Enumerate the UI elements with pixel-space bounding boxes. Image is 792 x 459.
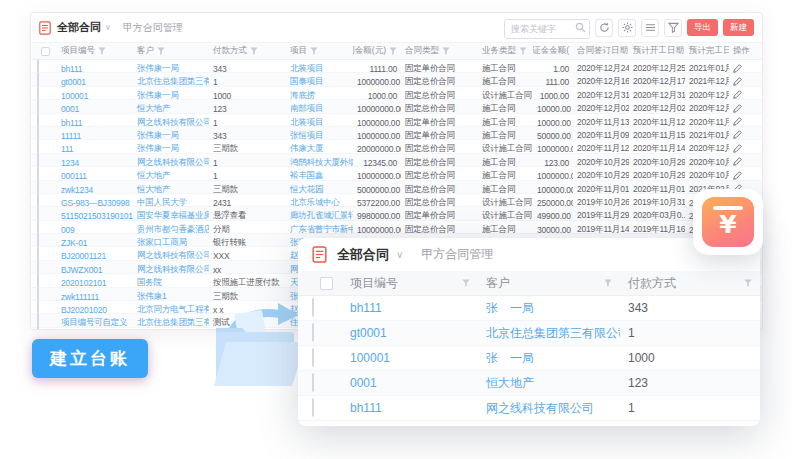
cell-link[interactable]: 张伟康一局 [133,143,209,155]
cell-link[interactable]: 北京住总集团第三有限公司 [133,76,209,88]
cell-link[interactable]: gt0001 [57,77,133,87]
create-ledger-button[interactable]: 建立台账 [32,339,148,378]
cell-link[interactable]: 恒大地产 [133,103,209,115]
search-icon[interactable] [575,22,586,33]
cell-link[interactable]: 中国人民大学 [133,197,209,209]
cell-link[interactable]: bh111 [57,64,133,74]
cell-link[interactable]: 北装项目 [286,117,353,129]
filter-icon[interactable] [462,279,470,287]
table-row[interactable]: 100001张伟康一局1000海底捞1000.00固定总价合同设计施工合同100… [31,87,762,100]
select-all-checkbox[interactable] [41,47,50,56]
filter-icon[interactable] [604,279,612,287]
row-checkbox[interactable] [312,373,314,392]
cell-link[interactable]: 2020102101 [57,278,133,288]
edit-icon[interactable] [733,157,742,166]
refresh-button[interactable] [595,19,613,37]
column-header[interactable]: 预计开工日期 [629,45,685,57]
table-row[interactable]: bh111网之线科技有限公司1 [298,396,760,421]
table-row[interactable]: 5115021503190101国安华夏幸福基业房地产...悬浮查看廊坊孔雀城汇… [31,207,762,220]
table-row[interactable]: bh111张 一局343 [298,296,760,321]
cell-link[interactable]: 张伟康一局 [133,63,209,75]
columns-button[interactable] [641,19,659,37]
filter-icon[interactable] [744,279,752,287]
cell-link[interactable]: 国安华夏幸福基业房地产... [133,210,209,222]
cell-link[interactable]: 张伟康一局 [133,90,209,102]
table-row[interactable]: 1234网之线科技有限公司1鸿鹄科技大厦外墙施工项目12345.00固定总价合同… [31,154,762,167]
cell-link[interactable]: 009 [57,225,133,235]
column-header[interactable]: 项目编号 [57,45,133,57]
cell-link[interactable]: 北装项目 [286,63,353,75]
filter-icon[interactable] [98,47,106,55]
table-row[interactable]: gt0001北京住总集团第三有限公司1国泰项目1000000.00固定总价合同施… [31,73,762,86]
table-row[interactable]: GS-983—BJ30998中国人民大学2431北京乐城中心5372200.00… [31,194,762,207]
row-checkbox[interactable] [312,298,314,317]
row-checkbox[interactable] [312,323,314,342]
cell-link[interactable]: bh111 [342,401,478,415]
column-header[interactable]: 付款方式 [209,45,286,57]
cell-link[interactable]: 网之线科技有限公司 [133,264,209,276]
select-all-checkbox[interactable] [320,277,333,290]
cell-link[interactable]: 网之线科技有限公司 [478,400,620,417]
column-header[interactable]: 合同签订日期 [573,45,629,57]
cell-link[interactable]: 项目编号可自定义 [57,317,133,329]
cell-link[interactable]: 5115021503190101 [57,211,133,221]
settings-button[interactable] [618,19,636,37]
column-header[interactable]: 合同金额(元) [353,45,401,57]
cell-link[interactable]: 0001 [57,104,133,114]
cell-link[interactable]: 恒大地产 [133,170,209,182]
cell-link[interactable]: 恒大地产 [478,375,620,392]
cell-link[interactable]: gt0001 [342,326,478,340]
filter-icon[interactable] [310,47,318,55]
edit-icon[interactable] [733,64,742,73]
edit-icon[interactable] [733,77,742,86]
cell-link[interactable]: 网之线科技有限公司 [133,157,209,169]
table-row[interactable]: 0001恒大地产123南部项目10000000.00固定总价合同施工合同1000… [31,100,762,113]
cell-link[interactable]: zwk111111 [57,292,133,302]
cell-link[interactable]: 100001 [342,351,478,365]
cell-link[interactable]: 0001 [342,376,478,390]
column-header[interactable]: 项目 [286,45,353,57]
cell-link[interactable]: 贵州市都匀香豪酒店服务有... [133,224,209,236]
column-header[interactable]: 客户 [133,45,209,57]
cell-link[interactable]: 11111 [57,131,133,141]
table-row[interactable]: 111张伟康一局三期款伟康大厦20000000.00固定总价合同设计施工合同10… [31,140,762,153]
column-header[interactable]: 客户 [478,275,620,292]
cell-link[interactable]: 张家口工商局 [133,237,209,249]
filter-icon[interactable] [389,47,397,55]
table-row[interactable]: 009贵州市都匀香豪酒店服务有...分期广东省普宁市新中医医院...100000… [31,221,762,234]
cell-link[interactable]: 张 一局 [478,350,620,367]
table-row[interactable]: 000111恒大地产1裕丰国鑫10000000.00固定总价合同施工合同1000… [31,167,762,180]
create-button[interactable]: 新建 [723,19,754,36]
table-row[interactable]: 100001张 一局1000 [298,346,760,371]
filter-button[interactable] [664,19,682,37]
filter-icon[interactable] [157,47,165,55]
cell-link[interactable]: ZJK-01 [57,238,133,248]
cell-link[interactable]: 北京同方电气工程有限公司 [133,304,209,316]
cell-link[interactable]: 000111 [57,171,133,181]
cell-link[interactable]: 南部项目 [286,103,353,115]
table-row[interactable]: gt0001北京住总集团第三有限公司1 [298,321,760,346]
cell-link[interactable]: 张 一局 [478,300,620,317]
row-checkbox[interactable] [312,398,314,417]
cell-link[interactable]: bh111 [57,118,133,128]
table-row[interactable]: bh111张伟康一局343北装项目1111.00固定单价合同施工合同1.0020… [31,60,762,73]
cell-link[interactable]: 北京住总集团第三有限公司 [478,325,620,342]
filter-icon[interactable] [519,47,527,55]
cell-link[interactable]: BJ20001121 [57,251,133,261]
cell-link[interactable]: 111 [57,144,133,154]
edit-icon[interactable] [733,144,742,153]
cell-link[interactable]: 裕丰国鑫 [286,170,353,182]
cell-link[interactable]: zwk1234 [57,185,133,195]
column-header[interactable]: 付款方式 [620,275,760,292]
edit-icon[interactable] [733,117,742,126]
filter-icon[interactable] [442,47,450,55]
cell-link[interactable]: bh111 [342,301,478,315]
cell-link[interactable]: 恒大地产 [133,184,209,196]
cell-link[interactable]: 伟康大厦 [286,143,353,155]
cell-link[interactable]: GS-983—BJ30998 [57,198,133,208]
chevron-down-icon[interactable]: ∨ [105,23,111,32]
column-header[interactable]: 合同类型 [401,45,478,57]
cell-link[interactable]: 张伟康1 [133,291,209,303]
cell-link[interactable]: 广东省普宁市新中医医院... [286,224,353,236]
cell-link[interactable]: 国泰项目 [286,76,353,88]
